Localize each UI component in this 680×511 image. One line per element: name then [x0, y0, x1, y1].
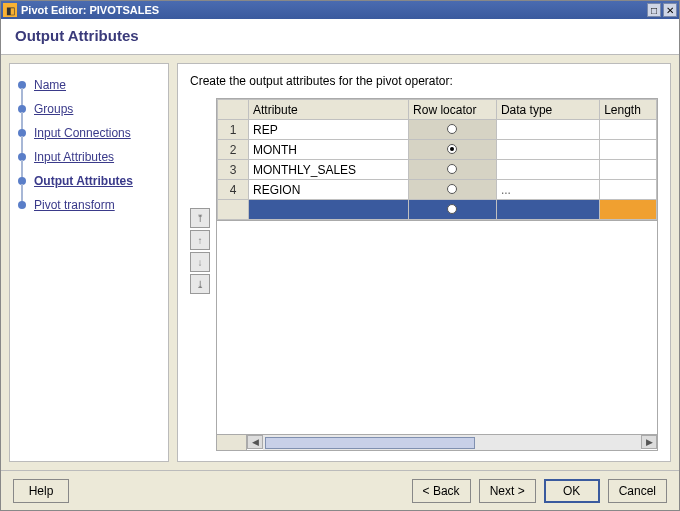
row-number-cell: 3	[218, 160, 249, 180]
row-locator-cell[interactable]	[409, 180, 497, 200]
length-cell[interactable]	[600, 180, 657, 200]
sidebar-item-label: Pivot transform	[34, 198, 115, 212]
table-wrap: Attribute Row locator Data type Length 1…	[216, 98, 658, 451]
move-down-button[interactable]: ↓	[190, 252, 210, 272]
next-button[interactable]: Next >	[479, 479, 536, 503]
sidebar-item-label: Input Attributes	[34, 150, 114, 164]
table-row[interactable]: 4 REGION ...	[218, 180, 657, 200]
attributes-table: Attribute Row locator Data type Length 1…	[217, 99, 657, 220]
instruction-text: Create the output attributes for the piv…	[190, 74, 658, 88]
row-number-cell: 4	[218, 180, 249, 200]
row-number-cell: 1	[218, 120, 249, 140]
attribute-header[interactable]: Attribute	[248, 100, 408, 120]
sidebar-item-pivot-transform[interactable]: Pivot transform	[18, 198, 160, 212]
attributes-grid: Attribute Row locator Data type Length 1…	[216, 98, 658, 221]
title-bar: ◧ Pivot Editor: PIVOTSALES □ ✕	[1, 1, 679, 19]
sidebar-item-label: Output Attributes	[34, 174, 133, 188]
data-type-cell[interactable]	[496, 140, 599, 160]
footer: Help < Back Next > OK Cancel	[1, 470, 679, 510]
window-title: Pivot Editor: PIVOTSALES	[21, 4, 645, 16]
sidebar-item-input-attributes[interactable]: Input Attributes	[18, 150, 160, 164]
button-label: < Back	[423, 484, 460, 498]
radio-icon[interactable]	[447, 184, 457, 194]
move-top-button[interactable]: ⤒	[190, 208, 210, 228]
grid-empty-area	[216, 221, 658, 435]
radio-icon[interactable]	[447, 204, 457, 214]
close-button[interactable]: ✕	[663, 3, 677, 17]
attribute-cell[interactable]	[248, 200, 408, 220]
help-button[interactable]: Help	[13, 479, 69, 503]
window: ◧ Pivot Editor: PIVOTSALES □ ✕ Output At…	[0, 0, 680, 511]
length-cell[interactable]	[600, 160, 657, 180]
page-heading: Output Attributes	[15, 27, 665, 44]
data-type-header[interactable]: Data type	[496, 100, 599, 120]
sidebar-item-label: Name	[34, 78, 66, 92]
data-type-cell[interactable]	[496, 120, 599, 140]
length-cell[interactable]	[600, 200, 657, 220]
attribute-cell[interactable]: MONTH	[248, 140, 408, 160]
maximize-button[interactable]: □	[647, 3, 661, 17]
heading-panel: Output Attributes	[1, 19, 679, 55]
data-type-cell[interactable]: ...	[496, 180, 599, 200]
reorder-toolbar: ⤒ ↑ ↓ ⤓	[190, 98, 212, 451]
sidebar-item-label: Input Connections	[34, 126, 131, 140]
sidebar-item-groups[interactable]: Groups	[18, 102, 160, 116]
button-label: OK	[563, 484, 580, 498]
table-row[interactable]: 1 REP	[218, 120, 657, 140]
step-dot-icon	[18, 105, 26, 113]
step-dot-icon	[18, 129, 26, 137]
scroll-track[interactable]	[263, 435, 641, 450]
horizontal-scrollbar[interactable]: ◀ ▶	[216, 435, 658, 451]
back-button[interactable]: < Back	[412, 479, 471, 503]
radio-icon[interactable]	[447, 144, 457, 154]
content-panel: Create the output attributes for the piv…	[177, 63, 671, 462]
table-header-row: Attribute Row locator Data type Length	[218, 100, 657, 120]
scroll-left-button[interactable]: ◀	[247, 435, 263, 449]
step-dot-icon	[18, 153, 26, 161]
length-header[interactable]: Length	[600, 100, 657, 120]
app-icon: ◧	[3, 3, 17, 17]
button-label: Next >	[490, 484, 525, 498]
data-type-cell[interactable]	[496, 200, 599, 220]
body: Name Groups Input Connections Input Attr…	[1, 55, 679, 470]
attribute-cell[interactable]: REGION	[248, 180, 408, 200]
move-bottom-button[interactable]: ⤓	[190, 274, 210, 294]
row-locator-cell[interactable]	[409, 200, 497, 220]
data-type-cell[interactable]	[496, 160, 599, 180]
wizard-sidebar: Name Groups Input Connections Input Attr…	[9, 63, 169, 462]
sidebar-item-input-connections[interactable]: Input Connections	[18, 126, 160, 140]
sidebar-item-name[interactable]: Name	[18, 78, 160, 92]
sidebar-item-label: Groups	[34, 102, 73, 116]
row-locator-cell[interactable]	[409, 160, 497, 180]
button-label: Cancel	[619, 484, 656, 498]
row-locator-header[interactable]: Row locator	[409, 100, 497, 120]
step-dot-icon	[18, 177, 26, 185]
row-number-cell	[218, 200, 249, 220]
row-locator-cell[interactable]	[409, 140, 497, 160]
row-number-cell: 2	[218, 140, 249, 160]
scroll-corner	[217, 435, 247, 450]
radio-icon[interactable]	[447, 124, 457, 134]
scroll-right-button[interactable]: ▶	[641, 435, 657, 449]
ok-button[interactable]: OK	[544, 479, 600, 503]
grid-area: ⤒ ↑ ↓ ⤓ Att	[190, 98, 658, 451]
scroll-thumb[interactable]	[265, 437, 475, 449]
button-label: Help	[29, 484, 54, 498]
row-locator-cell[interactable]	[409, 120, 497, 140]
radio-icon[interactable]	[447, 164, 457, 174]
attribute-cell[interactable]: MONTHLY_SALES	[248, 160, 408, 180]
table-row[interactable]: 2 MONTH	[218, 140, 657, 160]
move-up-button[interactable]: ↑	[190, 230, 210, 250]
sidebar-item-output-attributes[interactable]: Output Attributes	[18, 174, 160, 188]
attribute-cell[interactable]: REP	[248, 120, 408, 140]
step-dot-icon	[18, 81, 26, 89]
length-cell[interactable]	[600, 120, 657, 140]
step-dot-icon	[18, 201, 26, 209]
new-row[interactable]	[218, 200, 657, 220]
table-row[interactable]: 3 MONTHLY_SALES	[218, 160, 657, 180]
length-cell[interactable]	[600, 140, 657, 160]
cancel-button[interactable]: Cancel	[608, 479, 667, 503]
row-number-header	[218, 100, 249, 120]
